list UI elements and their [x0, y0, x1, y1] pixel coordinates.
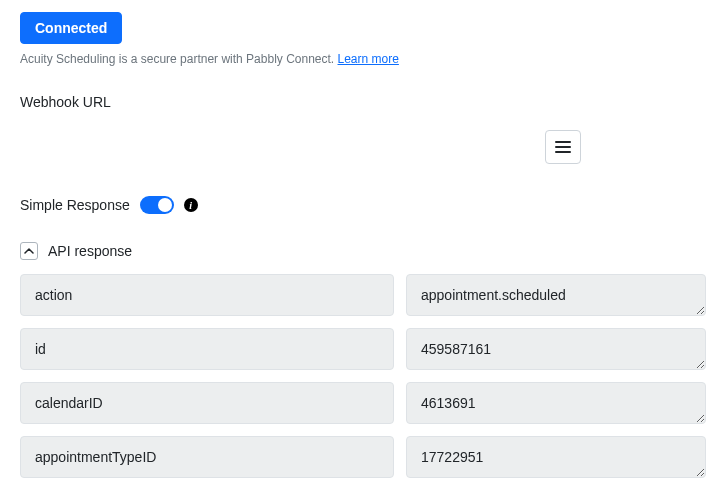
- api-key: calendarID: [20, 382, 394, 424]
- hamburger-icon: [555, 141, 571, 143]
- api-key: action: [20, 274, 394, 316]
- api-value[interactable]: [406, 436, 706, 478]
- webhook-url-label: Webhook URL: [20, 94, 706, 110]
- helper-text-pre: Acuity Scheduling is a secure partner wi…: [20, 52, 338, 66]
- api-key: id: [20, 328, 394, 370]
- api-response-grid: action id calendarID appointmentTypeID: [20, 274, 706, 478]
- collapse-button[interactable]: [20, 242, 38, 260]
- menu-button[interactable]: [545, 130, 581, 164]
- connected-button[interactable]: Connected: [20, 12, 122, 44]
- api-key: appointmentTypeID: [20, 436, 394, 478]
- simple-response-toggle[interactable]: [140, 196, 174, 214]
- info-icon[interactable]: i: [184, 198, 198, 212]
- api-response-header: API response: [48, 243, 132, 259]
- learn-more-link[interactable]: Learn more: [338, 52, 399, 66]
- api-value[interactable]: [406, 328, 706, 370]
- simple-response-label: Simple Response: [20, 197, 130, 213]
- api-value[interactable]: [406, 382, 706, 424]
- helper-text: Acuity Scheduling is a secure partner wi…: [20, 52, 706, 66]
- chevron-up-icon: [24, 246, 34, 256]
- api-value[interactable]: [406, 274, 706, 316]
